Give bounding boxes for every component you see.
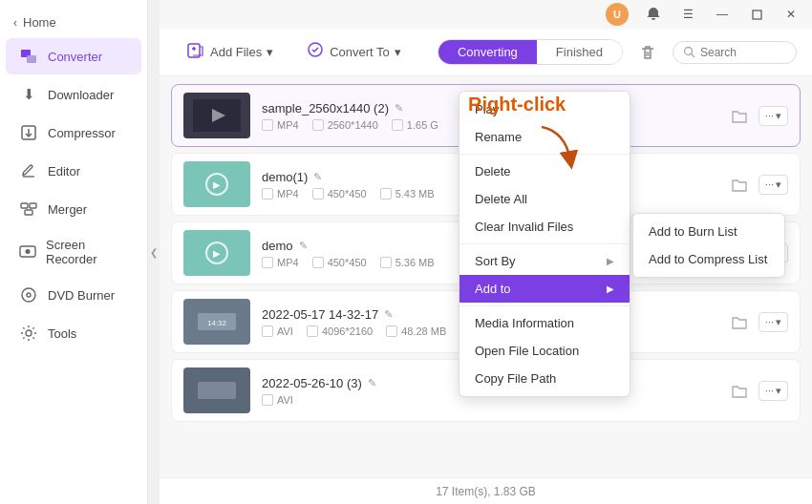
more-options-button[interactable]: ··· ▾ xyxy=(759,106,788,126)
toolbar: Add Files ▾ Convert To ▾ Converting Fini… xyxy=(160,29,812,76)
sidebar-item-dvd-burner[interactable]: DVD Burner xyxy=(6,277,141,313)
file-thumbnail xyxy=(183,93,250,138)
file-thumbnail xyxy=(183,368,250,413)
more-options-button[interactable]: ··· ▾ xyxy=(759,175,788,195)
menu-divider-3 xyxy=(459,305,630,306)
file-thumbnail: ▶ xyxy=(183,230,250,276)
open-folder-button[interactable] xyxy=(726,102,753,129)
sidebar-item-screen-recorder-label: Screen Recorder xyxy=(46,238,128,266)
file-size: 5.43 MB xyxy=(380,188,435,200)
avatar[interactable]: U xyxy=(606,3,629,26)
maximize-button[interactable] xyxy=(743,4,770,25)
minimize-button[interactable]: — xyxy=(709,4,736,25)
add-files-label: Add Files xyxy=(210,45,262,59)
menu-item-add-to[interactable]: Add to ▶ xyxy=(459,275,630,303)
sidebar-item-compressor-label: Compressor xyxy=(48,126,116,140)
file-format: MP4 xyxy=(262,257,299,268)
submenu-item-burn-list[interactable]: Add to Burn List xyxy=(633,218,784,245)
open-folder-button[interactable] xyxy=(726,308,753,335)
submenu-item-compress-list[interactable]: Add to Compress List xyxy=(633,245,784,273)
file-actions: ··· ▾ xyxy=(726,102,788,129)
res-checkbox xyxy=(307,326,318,337)
screen-recorder-icon xyxy=(19,242,36,262)
add-files-button[interactable]: Add Files ▾ xyxy=(175,34,285,70)
more-options-button[interactable]: ··· ▾ xyxy=(759,312,788,332)
size-checkbox xyxy=(392,119,403,131)
sidebar-item-tools[interactable]: Tools xyxy=(6,315,141,351)
svg-point-12 xyxy=(26,330,32,336)
tab-finished[interactable]: Finished xyxy=(537,40,622,64)
sidebar-item-converter-label: Converter xyxy=(48,50,102,64)
converter-icon xyxy=(19,47,38,66)
sidebar-item-screen-recorder[interactable]: Screen Recorder xyxy=(6,229,141,275)
res-checkbox xyxy=(312,188,324,200)
sidebar-item-editor-label: Editor xyxy=(48,164,80,178)
menu-button[interactable]: ☰ xyxy=(674,4,701,25)
sidebar-item-tools-label: Tools xyxy=(48,326,76,341)
open-folder-button[interactable] xyxy=(726,171,753,198)
edit-icon[interactable]: ✎ xyxy=(395,102,403,115)
menu-item-open-location[interactable]: Open File Location xyxy=(459,337,630,365)
svg-rect-5 xyxy=(21,203,28,208)
edit-icon[interactable]: ✎ xyxy=(368,377,376,389)
search-input[interactable] xyxy=(700,46,786,59)
file-format: MP4 xyxy=(262,188,299,200)
convert-to-icon xyxy=(306,40,325,64)
format-checkbox xyxy=(262,257,273,268)
add-files-dropdown-icon: ▾ xyxy=(267,45,273,59)
sidebar-item-downloader-label: Downloader xyxy=(48,88,114,102)
statusbar-text: 17 Item(s), 1.83 GB xyxy=(436,485,536,498)
close-button[interactable]: ✕ xyxy=(778,4,804,25)
titlebar: U ☰ — ✕ xyxy=(160,0,812,29)
sidebar-item-merger[interactable]: Merger xyxy=(6,191,141,227)
edit-icon[interactable]: ✎ xyxy=(313,171,322,183)
submenu-chevron: ▶ xyxy=(607,256,614,266)
sidebar-item-converter[interactable]: Converter xyxy=(6,38,141,74)
menu-item-media-info[interactable]: Media Information xyxy=(459,309,630,337)
svg-point-10 xyxy=(22,288,35,302)
downloader-icon: ⬇ xyxy=(19,85,38,104)
svg-line-21 xyxy=(692,54,695,58)
search-icon xyxy=(683,46,695,58)
convert-to-button[interactable]: Convert To ▾ xyxy=(294,34,413,70)
file-resolution: 4096*2160 xyxy=(307,326,373,337)
file-size: 5.36 MB xyxy=(380,257,435,268)
svg-point-20 xyxy=(685,48,693,55)
file-resolution: 2560*1440 xyxy=(312,119,378,131)
file-actions: ··· ▾ xyxy=(726,377,788,404)
editor-icon xyxy=(19,161,38,180)
sidebar-item-editor[interactable]: Editor xyxy=(6,153,141,189)
sidebar-item-compressor[interactable]: Compressor xyxy=(6,115,141,151)
size-checkbox xyxy=(386,326,397,337)
file-size: 1.65 G xyxy=(392,119,438,131)
res-checkbox xyxy=(312,119,324,131)
bell-button[interactable] xyxy=(640,4,667,25)
tab-converting[interactable]: Converting xyxy=(438,40,537,64)
file-resolution: 450*450 xyxy=(312,257,367,268)
merger-icon xyxy=(19,200,38,219)
back-arrow-icon: ‹ xyxy=(13,16,17,30)
sidebar: ‹ Home Converter ⬇ Downloader Compressor xyxy=(0,0,148,504)
search-box xyxy=(673,41,797,64)
menu-item-delete-all[interactable]: Delete All xyxy=(459,185,630,213)
sidebar-item-downloader[interactable]: ⬇ Downloader xyxy=(6,76,141,113)
open-folder-button[interactable] xyxy=(726,377,753,404)
back-home-label: Home xyxy=(23,15,56,30)
back-home-button[interactable]: ‹ Home xyxy=(0,8,147,37)
trash-button[interactable] xyxy=(632,37,663,68)
edit-icon[interactable]: ✎ xyxy=(299,240,308,252)
menu-item-copy-path[interactable]: Copy File Path xyxy=(459,365,630,392)
edit-icon[interactable]: ✎ xyxy=(384,308,393,321)
file-actions: ··· ▾ xyxy=(726,171,788,198)
menu-item-sort-by[interactable]: Sort By ▶ xyxy=(459,247,630,275)
more-options-button[interactable]: ··· ▾ xyxy=(759,381,788,401)
size-checkbox xyxy=(380,188,392,200)
statusbar: 17 Item(s), 1.83 GB xyxy=(160,477,812,504)
menu-divider-2 xyxy=(459,243,630,244)
file-format: AVI xyxy=(262,394,293,406)
file-format: AVI xyxy=(262,326,293,337)
svg-rect-7 xyxy=(25,210,32,215)
convert-to-dropdown-icon: ▾ xyxy=(395,45,401,59)
menu-item-clear-invalid[interactable]: Clear Invalid Files xyxy=(459,213,630,241)
sidebar-collapse-handle[interactable]: ❮ xyxy=(148,0,160,504)
